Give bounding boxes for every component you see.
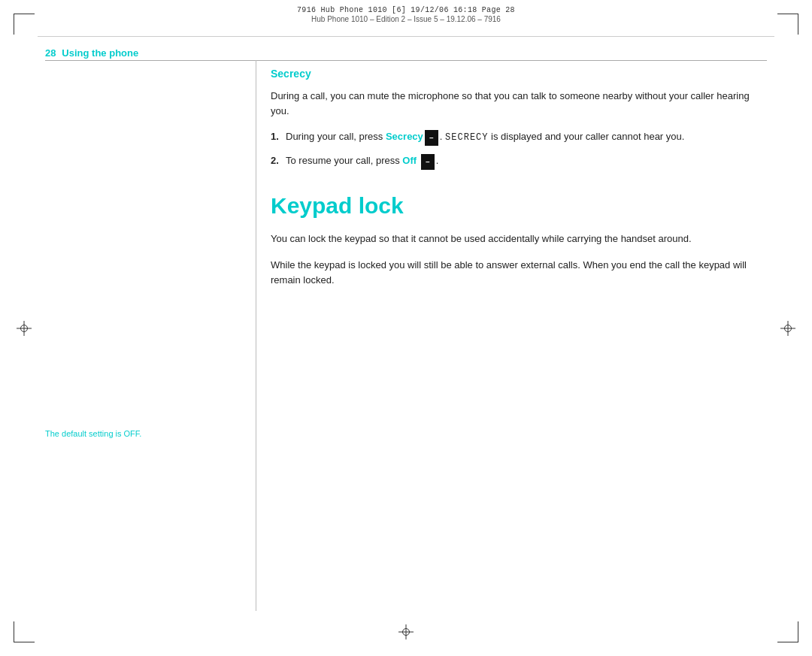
vertical-divider [256, 60, 256, 611]
step1-keyword: Secrecy [386, 131, 423, 142]
step1-text: During your call, press Secrecy–. SECREC… [286, 129, 767, 146]
header-divider [38, 36, 774, 37]
step1-button: – [425, 130, 438, 146]
reg-mark-bottom [398, 624, 414, 639]
step1-number: 1. [271, 129, 286, 144]
main-content: The default setting is OFF. Secrecy Duri… [45, 60, 767, 611]
step1-pre: During your call, press [286, 131, 386, 142]
keypad-lock-para2: While the keypad is locked you will stil… [271, 258, 767, 288]
keypad-lock-heading: Keypad lock [271, 192, 767, 219]
corner-mark-top-left [14, 14, 35, 35]
left-sidebar: The default setting is OFF. [45, 60, 248, 611]
corner-mark-top-right [777, 14, 798, 35]
keypad-lock-para1: You can lock the keypad so that it canno… [271, 231, 767, 246]
secrecy-section: Secrecy During a call, you can mute the … [271, 68, 767, 170]
step2-button: – [421, 154, 435, 170]
step2-text: To resume your call, press Off –. [286, 153, 767, 170]
keypad-lock-section: Keypad lock You can lock the keypad so t… [271, 192, 767, 287]
page-header: 7916 Hub Phone 1010 [6] 19/12/06 16:18 P… [38, 6, 774, 23]
page-section-header: 28 Using the phone [45, 47, 138, 59]
corner-mark-bottom-left [14, 621, 35, 642]
step2-pre: To resume your call, press [286, 155, 402, 166]
step1-display: SECRECY [445, 132, 488, 143]
header-top-line: 7916 Hub Phone 1010 [6] 19/12/06 16:18 P… [38, 6, 774, 14]
reg-mark-left [17, 321, 32, 336]
header-bottom-line: Hub Phone 1010 – Edition 2 – Issue 5 – 1… [38, 15, 774, 23]
sidebar-note: The default setting is OFF. [45, 428, 226, 440]
right-content: Secrecy During a call, you can mute the … [271, 68, 767, 611]
page-number: 28 [45, 47, 56, 59]
step1-post: is displayed and your caller cannot hear… [489, 131, 685, 142]
corner-mark-bottom-right [777, 621, 798, 642]
step2-number: 2. [271, 153, 286, 168]
secrecy-step-1: 1. During your call, press Secrecy–. SEC… [271, 129, 767, 146]
step2-keyword: Off [402, 155, 417, 166]
section-title: Using the phone [62, 47, 138, 59]
secrecy-steps: 1. During your call, press Secrecy–. SEC… [271, 129, 767, 170]
reg-mark-right [780, 321, 795, 336]
secrecy-step-2: 2. To resume your call, press Off –. [271, 153, 767, 170]
secrecy-heading: Secrecy [271, 68, 767, 80]
secrecy-intro: During a call, you can mute the micropho… [271, 89, 767, 119]
